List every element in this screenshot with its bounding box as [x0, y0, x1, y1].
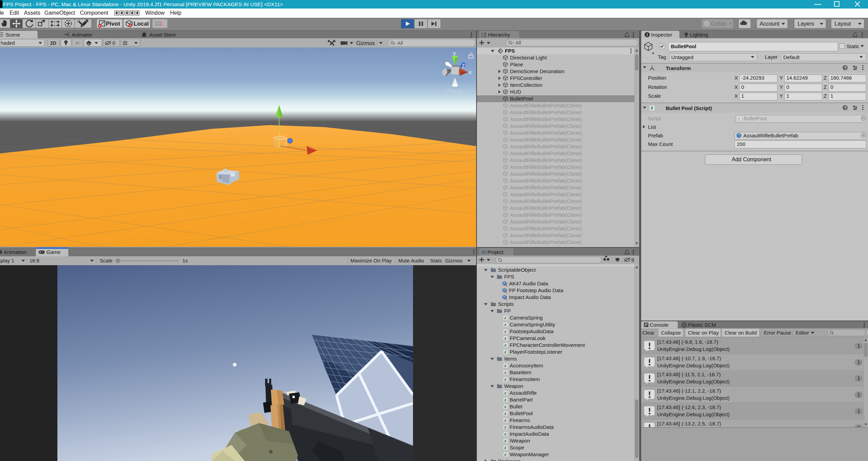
svg-text:splay 1: splay 1 — [0, 258, 14, 263]
svg-text:#: # — [504, 323, 507, 327]
svg-text:haded: haded — [1, 40, 15, 46]
svg-text:Clear on Play: Clear on Play — [688, 330, 719, 336]
svg-text:Clear: Clear — [642, 330, 655, 336]
svg-text:Clear on Build: Clear on Build — [725, 330, 757, 336]
svg-text:#: # — [504, 439, 507, 444]
svg-text:z: z — [462, 62, 465, 69]
svg-text:y: y — [453, 50, 456, 56]
svg-text:#: # — [504, 350, 507, 355]
svg-text:Mute Audio: Mute Audio — [398, 258, 424, 263]
svg-text:#: # — [504, 411, 507, 416]
svg-text:#: # — [504, 316, 507, 321]
svg-text:9: 9 — [631, 257, 634, 263]
svg-text:#: # — [504, 425, 507, 430]
svg-text:All: All — [515, 40, 521, 45]
svg-text:16:9: 16:9 — [29, 258, 39, 263]
svg-text:{}: {} — [505, 283, 508, 286]
svg-text:Collapse: Collapse — [661, 330, 681, 336]
svg-text:Collab: Collab — [711, 21, 726, 27]
svg-text:2D: 2D — [50, 40, 56, 46]
svg-text:#: # — [504, 405, 507, 409]
svg-text:0: 0 — [112, 40, 115, 46]
svg-text:#: # — [504, 398, 507, 403]
svg-text:Error Pause: Error Pause — [764, 330, 791, 336]
svg-text:Maximize On Play: Maximize On Play — [350, 258, 392, 263]
svg-text:{}: {} — [505, 296, 508, 300]
svg-text:#: # — [504, 343, 507, 348]
svg-text:?: ? — [844, 106, 846, 110]
svg-text:#: # — [504, 452, 507, 457]
svg-text:Stats: Stats — [430, 258, 442, 263]
svg-text:Account: Account — [760, 21, 780, 27]
svg-text:#: # — [504, 336, 507, 341]
svg-text:#: # — [504, 391, 507, 396]
svg-text:#: # — [504, 377, 507, 382]
svg-text:Local: Local — [134, 21, 149, 27]
svg-text:x: x — [469, 69, 472, 76]
svg-text:{}: {} — [505, 289, 508, 293]
svg-text:<Persp: <Persp — [444, 88, 462, 94]
svg-text:Pivot: Pivot — [106, 21, 120, 27]
svg-text:Layers: Layers — [798, 21, 814, 27]
svg-text:#: # — [504, 446, 507, 450]
svg-text:1x: 1x — [182, 258, 188, 263]
svg-text:#: # — [504, 329, 507, 334]
svg-text:Layout: Layout — [835, 21, 851, 27]
svg-text:#: # — [504, 432, 507, 437]
svg-text:Gizmos: Gizmos — [356, 40, 375, 46]
svg-text:#: # — [504, 370, 507, 375]
svg-text:?: ? — [844, 66, 846, 70]
svg-text:#: # — [504, 418, 507, 423]
svg-text:#: # — [651, 105, 653, 111]
svg-text:Scale: Scale — [100, 258, 113, 263]
svg-text:#: # — [738, 117, 740, 121]
svg-text:Editor: Editor — [796, 330, 809, 336]
svg-text:Gizmos: Gizmos — [445, 258, 463, 263]
svg-text:All: All — [397, 40, 403, 46]
svg-text:#: # — [504, 364, 507, 368]
